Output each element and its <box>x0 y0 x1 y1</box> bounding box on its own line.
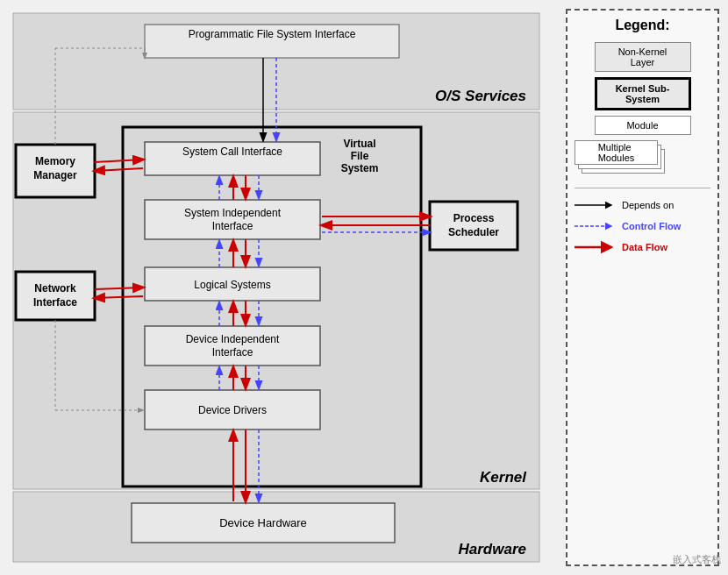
legend-title: Legend: <box>575 18 710 33</box>
svg-text:Interface: Interface <box>212 346 253 358</box>
svg-text:Interface: Interface <box>212 220 253 232</box>
legend-control-label: Control Flow <box>622 221 681 231</box>
svg-text:Scheduler: Scheduler <box>448 226 499 238</box>
svg-text:Hardware: Hardware <box>459 541 526 557</box>
legend-nonkernel: Non-KernelLayer <box>575 42 710 72</box>
svg-text:Manager: Manager <box>33 169 77 181</box>
svg-text:Memory: Memory <box>35 155 75 167</box>
legend-depends-label: Depends on <box>622 200 674 210</box>
legend-data: Data Flow <box>575 239 710 255</box>
svg-text:Process: Process <box>453 212 495 224</box>
svg-text:Logical Systems: Logical Systems <box>194 279 270 291</box>
legend-nonkernel-box: Non-KernelLayer <box>595 42 691 72</box>
svg-text:Kernel: Kernel <box>480 469 527 486</box>
legend-data-label: Data Flow <box>622 242 667 252</box>
diagram-svg: O/S Services Kernel Hardware Programmati… <box>9 9 548 566</box>
legend-module-box: Module <box>595 116 691 135</box>
svg-text:Programmatic File System Inter: Programmatic File System Interface <box>189 28 356 40</box>
svg-text:Device Hardware: Device Hardware <box>219 516 307 529</box>
legend-kernel: Kernel Sub-System <box>575 77 710 110</box>
watermark: 嵌入式客栈 <box>673 553 721 566</box>
legend-kernel-box: Kernel Sub-System <box>595 77 691 110</box>
legend-module: Module <box>575 116 710 135</box>
legend-depends: Depends on <box>575 197 710 213</box>
svg-text:System Call Interface: System Call Interface <box>182 146 282 158</box>
legend-panel: Legend: Non-KernelLayer Kernel Sub-Syste… <box>566 9 719 566</box>
svg-text:File: File <box>351 150 369 162</box>
svg-text:System: System <box>341 162 379 174</box>
svg-text:O/S Services: O/S Services <box>435 88 526 104</box>
legend-multimodule-label: MultipleModules <box>575 140 658 165</box>
svg-text:Network: Network <box>34 282 76 295</box>
svg-text:Device Drivers: Device Drivers <box>198 404 267 416</box>
main-diagram: O/S Services Kernel Hardware Programmati… <box>9 9 548 566</box>
legend-multimodule: MultipleModules <box>575 140 671 179</box>
svg-text:Device Independent: Device Independent <box>186 333 280 345</box>
svg-text:Interface: Interface <box>33 296 77 309</box>
svg-text:System Independent: System Independent <box>184 207 282 219</box>
svg-text:Virtual: Virtual <box>343 138 375 150</box>
legend-control: Control Flow <box>575 218 710 234</box>
